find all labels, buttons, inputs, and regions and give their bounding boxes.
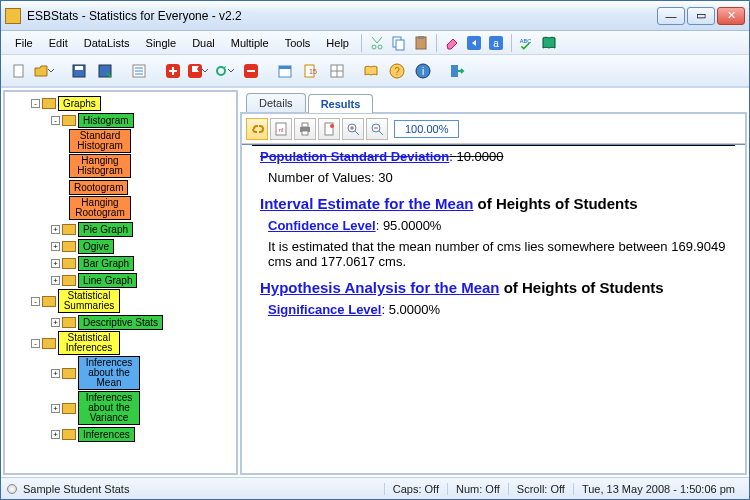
tree-label[interactable]: Standard Histogram xyxy=(69,129,131,153)
tree-label[interactable]: Graphs xyxy=(58,96,101,111)
page-icon[interactable] xyxy=(318,118,340,140)
save-button[interactable] xyxy=(67,59,91,83)
paste-icon[interactable] xyxy=(411,33,431,53)
refresh-button[interactable] xyxy=(213,59,237,83)
tree-label[interactable]: Bar Graph xyxy=(78,256,134,271)
tree-node[interactable]: +Line Graph xyxy=(11,272,236,288)
flag-button[interactable] xyxy=(187,59,211,83)
tree-label[interactable]: Histogram xyxy=(78,113,134,128)
copy-icon[interactable] xyxy=(389,33,409,53)
menu-datalists[interactable]: DataLists xyxy=(76,34,138,52)
tree-node[interactable]: +Inferences about the Mean xyxy=(11,356,236,390)
tree-label[interactable]: Inferences about the Variance xyxy=(78,391,140,425)
exit-button[interactable] xyxy=(445,59,469,83)
confidence-level-link[interactable]: Confidence Level xyxy=(268,218,376,233)
menu-file[interactable]: File xyxy=(7,34,41,52)
collapse-icon[interactable]: - xyxy=(31,99,40,108)
tree-label[interactable]: Inferences xyxy=(78,427,135,442)
tree-sidebar[interactable]: -Graphs-HistogramStandard HistogramHangi… xyxy=(3,90,238,475)
remove-button[interactable] xyxy=(239,59,263,83)
tree-node[interactable]: -Histogram xyxy=(11,112,236,128)
tree-node[interactable]: Hanging Rootogram xyxy=(11,196,236,220)
select-all-icon[interactable]: a xyxy=(486,33,506,53)
expand-icon[interactable]: + xyxy=(51,276,60,285)
tree-node[interactable]: +Inferences xyxy=(11,426,236,442)
tree-node[interactable]: +Inferences about the Variance xyxy=(11,391,236,425)
tree-node[interactable]: Rootogram xyxy=(11,179,236,195)
print-icon[interactable] xyxy=(294,118,316,140)
eraser-icon[interactable] xyxy=(442,33,462,53)
menu-single[interactable]: Single xyxy=(138,34,185,52)
tree-label[interactable]: Rootogram xyxy=(69,180,128,195)
tree-label[interactable]: Descriptive Stats xyxy=(78,315,163,330)
calendar-button[interactable] xyxy=(273,59,297,83)
help-book-icon[interactable] xyxy=(539,33,559,53)
tree-label[interactable]: Statistical Summaries xyxy=(58,289,120,313)
expand-icon[interactable]: + xyxy=(51,369,60,378)
hypothesis-analysis-link[interactable]: Hypothesis Analysis for the Mean xyxy=(260,279,500,296)
tree-label[interactable]: Line Graph xyxy=(78,273,137,288)
menu-edit[interactable]: Edit xyxy=(41,34,76,52)
tree-node[interactable]: +Descriptive Stats xyxy=(11,314,236,330)
menu-multiple[interactable]: Multiple xyxy=(223,34,277,52)
schedule-button[interactable]: 15 xyxy=(299,59,323,83)
collapse-icon[interactable]: - xyxy=(51,116,60,125)
tree-label[interactable]: Ogive xyxy=(78,239,114,254)
tab-results[interactable]: Results xyxy=(308,94,374,113)
tree-node[interactable]: +Ogive xyxy=(11,238,236,254)
collapse-icon[interactable]: - xyxy=(31,339,40,348)
menu-help[interactable]: Help xyxy=(318,34,357,52)
interval-estimate-link[interactable]: Interval Estimate for the Mean xyxy=(260,195,473,212)
list-button[interactable] xyxy=(127,59,151,83)
minimize-button[interactable]: — xyxy=(657,7,685,25)
expand-icon[interactable]: + xyxy=(51,430,60,439)
tree-label[interactable]: Hanging Rootogram xyxy=(69,196,131,220)
expand-icon[interactable]: + xyxy=(51,225,60,234)
zoom-level[interactable]: 100.00% xyxy=(394,120,459,138)
folder-icon xyxy=(62,241,76,252)
info-button[interactable]: i xyxy=(411,59,435,83)
menubar: File Edit DataLists Single Dual Multiple… xyxy=(1,31,749,55)
expand-icon[interactable]: + xyxy=(51,318,60,327)
tree-label[interactable]: Inferences about the Mean xyxy=(78,356,140,390)
tree-label[interactable]: Pie Graph xyxy=(78,222,133,237)
undo-icon[interactable] xyxy=(464,33,484,53)
collapse-icon[interactable]: - xyxy=(31,297,40,306)
expand-icon[interactable]: + xyxy=(51,259,60,268)
estimate-text: It is estimated that the mean number of … xyxy=(268,239,735,269)
book-button[interactable] xyxy=(359,59,383,83)
link-icon[interactable] xyxy=(246,118,268,140)
results-content[interactable]: Population Standard Deviation: 10.0000 N… xyxy=(242,144,745,473)
zoom-in-icon[interactable] xyxy=(342,118,364,140)
significance-level-link[interactable]: Significance Level xyxy=(268,302,381,317)
expand-icon[interactable]: + xyxy=(51,242,60,251)
help-button[interactable]: ? xyxy=(385,59,409,83)
rtf-export-icon[interactable]: rtf xyxy=(270,118,292,140)
tree-node[interactable]: Standard Histogram xyxy=(11,129,236,153)
zoom-out-icon[interactable] xyxy=(366,118,388,140)
tree-node[interactable]: -Graphs xyxy=(11,95,236,111)
num-values-label: Number of Values: xyxy=(268,170,375,185)
tree-node[interactable]: +Bar Graph xyxy=(11,255,236,271)
cutoff-label: Population Standard Deviation xyxy=(260,149,449,164)
close-button[interactable]: ✕ xyxy=(717,7,745,25)
maximize-button[interactable]: ▭ xyxy=(687,7,715,25)
save-as-button[interactable] xyxy=(93,59,117,83)
new-button[interactable] xyxy=(7,59,31,83)
tree-label[interactable]: Statistical Inferences xyxy=(58,331,120,355)
open-button[interactable] xyxy=(33,59,57,83)
menu-dual[interactable]: Dual xyxy=(184,34,223,52)
tab-details[interactable]: Details xyxy=(246,93,306,112)
tree-node[interactable]: -Statistical Inferences xyxy=(11,331,236,355)
add-button[interactable] xyxy=(161,59,185,83)
tree-label[interactable]: Hanging Histogram xyxy=(69,154,131,178)
status-led-icon xyxy=(7,484,17,494)
expand-icon[interactable]: + xyxy=(51,404,60,413)
tree-node[interactable]: +Pie Graph xyxy=(11,221,236,237)
spellcheck-icon[interactable]: ABC xyxy=(517,33,537,53)
grid-button[interactable] xyxy=(325,59,349,83)
tree-node[interactable]: Hanging Histogram xyxy=(11,154,236,178)
cut-icon[interactable] xyxy=(367,33,387,53)
tree-node[interactable]: -Statistical Summaries xyxy=(11,289,236,313)
menu-tools[interactable]: Tools xyxy=(277,34,319,52)
